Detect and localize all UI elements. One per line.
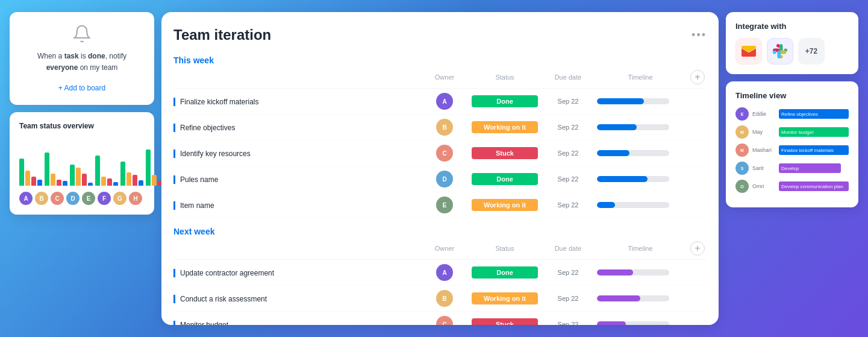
avatars-row: A B C D E F G H	[19, 192, 145, 205]
timeline-fill	[597, 321, 626, 325]
tl-bar: Monitor budget	[779, 127, 849, 137]
tl-name: May	[752, 129, 775, 135]
notification-card: When a task is done, notifyeveryone on m…	[10, 12, 154, 105]
due-date: Sep 22	[544, 98, 592, 105]
add-column-button[interactable]: +	[690, 70, 705, 84]
gmail-icon[interactable]	[735, 38, 762, 65]
due-date: Sep 22	[544, 295, 592, 302]
bar-group	[70, 165, 93, 186]
next-week-rows: Update contractor agreementADoneSep 22Co…	[173, 260, 707, 325]
status-badge[interactable]: Working on it	[472, 121, 538, 133]
timeline-track	[597, 321, 669, 325]
bar-segment	[37, 180, 42, 186]
table-row[interactable]: Conduct a risk assessmentBWorking on itS…	[173, 286, 707, 312]
team-status-card: Team status overview A B C D E F G H	[10, 112, 154, 215]
row-name: Pules name	[173, 175, 218, 184]
next-add-column-button[interactable]: +	[690, 241, 705, 256]
table-row[interactable]: Finalize kickoff materialsADoneSep 22	[173, 89, 707, 115]
table-row[interactable]: Refine objectivesBWorking on itSep 22	[173, 115, 707, 140]
due-date: Sep 22	[544, 269, 592, 276]
tl-avatar: E	[735, 107, 749, 121]
timeline-track	[597, 202, 669, 208]
panel-header: Team iteration •••	[173, 27, 707, 43]
next-week-section-title: Next week	[173, 227, 707, 236]
row-name: Update contractor agreement	[173, 269, 274, 277]
row-name: Identify key resources	[173, 150, 251, 158]
integrate-icons: +72	[735, 38, 849, 65]
mini-avatar: F	[98, 192, 111, 205]
avatar: C	[436, 316, 453, 325]
due-date: Sep 22	[544, 175, 592, 183]
timeline-track	[597, 124, 669, 130]
more-integrations[interactable]: +72	[798, 38, 825, 65]
timeline-fill	[597, 124, 637, 130]
notification-text: When a task is done, notifyeveryone on m…	[22, 51, 142, 74]
timeline-fill	[597, 150, 629, 156]
status-badge[interactable]: Done	[472, 173, 538, 185]
due-date: Sep 22	[544, 124, 592, 131]
next-owner-col-label: Owner	[423, 245, 466, 252]
left-panel: When a task is done, notifyeveryone on m…	[10, 12, 154, 215]
table-row[interactable]: Pules nameDDoneSep 22	[173, 166, 707, 192]
timeline-track	[597, 295, 669, 301]
timeline-view-row: SSaritDevelop	[735, 162, 849, 175]
bar-segment	[63, 181, 67, 186]
status-badge[interactable]: Done	[472, 95, 538, 107]
bar-segment	[45, 153, 49, 186]
bar-group	[45, 153, 67, 186]
tl-name: Sarit	[752, 165, 775, 171]
table-row[interactable]: Item nameEWorking on itSep 22	[173, 192, 707, 218]
tl-bar: Develop communication plan	[779, 181, 849, 191]
panel-title: Team iteration	[173, 27, 271, 43]
bar-segment	[126, 172, 131, 186]
mini-avatar: H	[129, 192, 142, 205]
due-col-label: Due date	[544, 74, 592, 81]
avatar: B	[436, 290, 453, 307]
bar-segment	[82, 174, 87, 186]
table-row[interactable]: Update contractor agreementADoneSep 22	[173, 260, 707, 286]
avatar: C	[436, 145, 453, 162]
slack-icon[interactable]	[767, 38, 793, 65]
timeline-track	[597, 269, 669, 276]
more-options-icon[interactable]: •••	[692, 29, 707, 42]
status-badge[interactable]: Stuck	[472, 318, 538, 325]
next-timeline-col-label: Timeline	[592, 245, 688, 252]
add-to-board-link[interactable]: + Add to board	[58, 84, 105, 92]
timeline-track	[597, 150, 669, 156]
mini-avatar: E	[82, 192, 95, 205]
bar-segment	[120, 162, 125, 186]
bar-segment	[57, 180, 61, 186]
timeline-fill	[597, 295, 640, 301]
team-status-title: Team status overview	[19, 122, 145, 130]
status-badge[interactable]: Working on it	[472, 199, 538, 211]
tl-name: Mashari	[752, 147, 775, 153]
bell-icon	[72, 24, 92, 43]
tl-name: Eddie	[752, 111, 775, 117]
tl-bar: Refine objectives	[779, 109, 849, 119]
timeline-view-row: MMashariFinalize kickoff materials	[735, 143, 849, 157]
bar-segment	[51, 174, 55, 186]
status-badge[interactable]: Done	[472, 266, 538, 279]
right-panel: Integrate with	[726, 12, 858, 207]
due-date: Sep 22	[544, 321, 592, 325]
timeline-fill	[597, 176, 648, 182]
this-week-table-header: Owner Status Due date Timeline +	[173, 70, 707, 89]
status-badge[interactable]: Stuck	[472, 147, 538, 159]
timeline-fill	[597, 202, 615, 208]
bar-chart	[19, 137, 145, 186]
bar-segment	[139, 180, 143, 186]
bar-segment	[70, 165, 75, 186]
avatar: A	[436, 93, 453, 110]
this-week-section-title: This week	[173, 55, 707, 65]
timeline-view-rows: EEddieRefine objectivesMMayMonitor budge…	[735, 107, 849, 193]
mini-avatar: D	[66, 192, 80, 205]
avatar: D	[436, 171, 453, 187]
row-name: Conduct a risk assessment	[173, 295, 267, 303]
table-row[interactable]: Monitor budgetCStuckSep 22	[173, 312, 707, 325]
tl-bar: Finalize kickoff materials	[779, 145, 849, 155]
table-row[interactable]: Identify key resourcesCStuckSep 22	[173, 140, 707, 166]
status-badge[interactable]: Working on it	[472, 292, 538, 304]
tl-avatar: O	[735, 180, 749, 193]
bar-segment	[76, 168, 81, 186]
bar-segment	[113, 182, 118, 186]
